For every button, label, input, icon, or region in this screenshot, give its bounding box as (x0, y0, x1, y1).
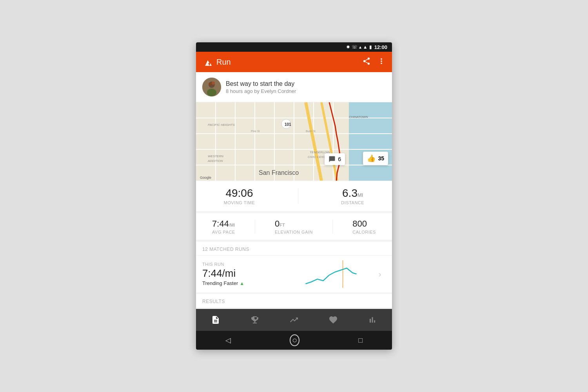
nav-activity[interactable] (205, 312, 227, 328)
stat-divider-3 (332, 220, 333, 234)
bluetooth-icon: ✸ (346, 44, 350, 50)
svg-point-4 (207, 89, 216, 96)
home-button[interactable]: ○ (290, 334, 299, 346)
like-badge[interactable]: 👍 35 (363, 152, 388, 165)
distance-stat: 6.3MI DISTANCE (341, 187, 364, 205)
matched-run-trend: Trending Faster ▲ (202, 280, 288, 286)
status-time: 12:00 (374, 44, 387, 50)
vibrate-icon: ☏ (352, 44, 358, 50)
recent-button[interactable]: □ (358, 336, 363, 345)
svg-rect-8 (349, 102, 392, 181)
calories-stat: 800 CALORIES (352, 219, 376, 234)
distance-label: DISTANCE (341, 200, 364, 205)
nav-health[interactable] (322, 312, 344, 328)
svg-text:101: 101 (285, 122, 291, 127)
elevation-value: 0FT (275, 219, 313, 229)
svg-marker-1 (207, 60, 209, 63)
avatar[interactable] (202, 78, 221, 96)
android-nav: ◁ ○ □ (196, 331, 392, 350)
battery-icon: ▮ (369, 44, 372, 50)
moving-time-value: 49:06 (224, 187, 255, 200)
stats-secondary: 7:44/MI AVG PACE 0FT ELEVATION GAIN 800 … (196, 213, 392, 240)
nav-performance[interactable] (361, 312, 383, 328)
svg-point-5 (209, 83, 211, 85)
mini-chart (288, 260, 374, 288)
nav-achievements[interactable] (244, 312, 266, 328)
svg-text:Pine St: Pine St (251, 130, 260, 132)
share-button[interactable] (362, 57, 371, 67)
this-run-label: THIS RUN (202, 262, 288, 267)
calories-value: 800 (352, 219, 376, 229)
more-button[interactable] (377, 57, 386, 67)
thumbsup-icon: 👍 (367, 154, 376, 163)
svg-text:ADDITION: ADDITION (207, 159, 223, 163)
elevation-label: ELEVATION GAIN (275, 230, 313, 234)
header-actions (362, 57, 386, 67)
matched-run-pace: 7:44/mi (202, 267, 288, 279)
svg-text:Bush St: Bush St (306, 130, 316, 132)
stat-divider-1 (298, 188, 298, 204)
distance-value: 6.3MI (341, 187, 364, 200)
stats-main: 49:06 MOVING TIME 6.3MI DISTANCE (196, 181, 392, 212)
phone-frame: ✸ ☏ ▴ ▲ ▮ 12:00 Run (196, 42, 392, 350)
avg-pace-stat: 7:44/MI AVG PACE (212, 219, 235, 234)
matched-run-card[interactable]: THIS RUN 7:44/mi Trending Faster ▲ › (196, 255, 392, 292)
map-container[interactable]: 101 PACIFIC HEIGHTS CHINATOWN WESTERN AD… (196, 102, 392, 181)
svg-text:PACIFIC HEIGHTS: PACIFIC HEIGHTS (208, 123, 235, 127)
logo-area: Run (202, 56, 362, 67)
like-count: 35 (378, 155, 384, 162)
matched-run-info: THIS RUN 7:44/mi Trending Faster ▲ (202, 262, 288, 286)
svg-text:Google: Google (200, 176, 211, 180)
status-icons: ✸ ☏ ▴ ▲ ▮ (346, 44, 372, 50)
svg-text:CHINATOWN: CHINATOWN (349, 115, 368, 119)
matched-runs-section: 12 MATCHED RUNS THIS RUN 7:44/mi Trendin… (196, 242, 392, 292)
activity-subtitle: 8 hours ago by Evelyn Cordner (226, 88, 296, 94)
strava-logo-icon (202, 56, 213, 67)
svg-text:WESTERN: WESTERN (208, 154, 223, 158)
status-bar: ✸ ☏ ▴ ▲ ▮ 12:00 (196, 42, 392, 52)
nav-stats[interactable] (283, 312, 305, 328)
svg-text:San Francisco: San Francisco (259, 169, 299, 176)
trend-arrow-icon: ▲ (240, 281, 244, 286)
calories-label: CALORIES (352, 230, 376, 234)
map-svg: 101 PACIFIC HEIGHTS CHINATOWN WESTERN AD… (196, 102, 392, 181)
elevation-stat: 0FT ELEVATION GAIN (275, 219, 313, 234)
results-header: RESULTS (196, 294, 392, 307)
moving-time-label: MOVING TIME (224, 200, 255, 205)
app-title: Run (216, 58, 231, 67)
avg-pace-label: AVG PACE (212, 230, 235, 234)
back-button[interactable]: ◁ (225, 336, 231, 345)
activity-info: Best way to start the day 8 hours ago by… (226, 80, 296, 94)
comment-count: 6 (338, 156, 341, 162)
activity-title: Best way to start the day (226, 80, 296, 87)
app-header: Run (196, 52, 392, 72)
moving-time-stat: 49:06 MOVING TIME (224, 187, 255, 205)
svg-point-6 (212, 82, 215, 85)
matched-runs-header: 12 MATCHED RUNS (196, 242, 392, 255)
signal-icon: ▲ (363, 44, 368, 50)
comment-badge[interactable]: 6 (325, 153, 345, 165)
avg-pace-value: 7:44/MI (212, 219, 235, 229)
stat-divider-2 (255, 220, 255, 234)
chart-nav-button[interactable]: › (374, 270, 386, 279)
activity-header: Best way to start the day 8 hours ago by… (196, 72, 392, 102)
wifi-icon: ▴ (359, 44, 361, 50)
bottom-nav (196, 309, 392, 331)
